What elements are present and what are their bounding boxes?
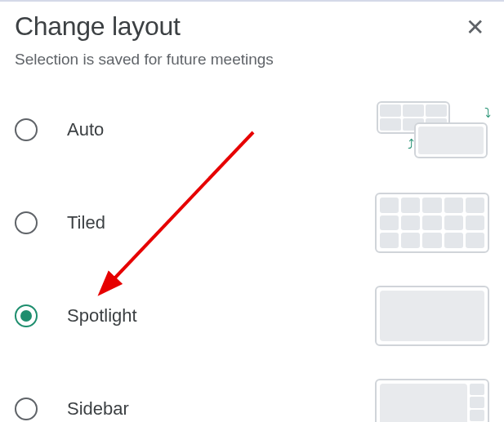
dialog-title: Change layout xyxy=(15,11,180,42)
radio-sidebar[interactable] xyxy=(15,398,38,420)
preview-spotlight-icon xyxy=(375,286,489,346)
preview-tiled-icon xyxy=(375,193,489,253)
option-tiled-label: Tiled xyxy=(67,212,375,233)
preview-auto-icon: ⤵ ⤴ xyxy=(375,100,489,160)
option-auto[interactable]: Auto ⤵ ⤴ xyxy=(15,83,489,176)
radio-tiled[interactable] xyxy=(15,211,38,234)
radio-spotlight[interactable] xyxy=(15,304,38,327)
option-spotlight-label: Spotlight xyxy=(67,305,375,326)
option-sidebar[interactable]: Sidebar xyxy=(15,362,489,422)
radio-auto[interactable] xyxy=(15,118,38,141)
option-tiled[interactable]: Tiled xyxy=(15,176,489,269)
option-sidebar-label: Sidebar xyxy=(67,398,375,420)
option-auto-label: Auto xyxy=(67,119,375,140)
preview-sidebar-icon xyxy=(375,379,489,422)
close-icon[interactable]: ✕ xyxy=(461,11,489,44)
dialog-subtitle: Selection is saved for future meetings xyxy=(0,44,504,83)
layout-options: Auto ⤵ ⤴ Tiled Spotlight Sidebar xyxy=(0,83,504,422)
option-spotlight[interactable]: Spotlight xyxy=(15,269,489,362)
